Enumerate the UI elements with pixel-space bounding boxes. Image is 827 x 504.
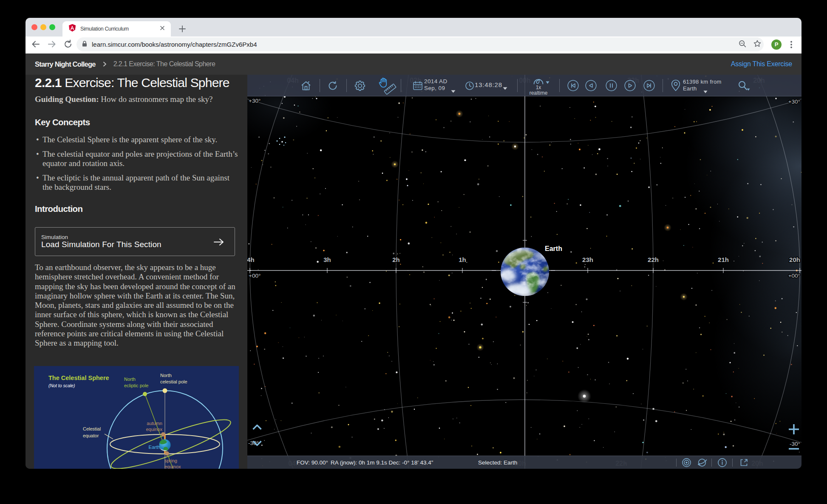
angular-favicon-icon (68, 24, 76, 34)
figure-ncp-dot (163, 389, 167, 393)
skip-to-start-icon[interactable] (567, 80, 579, 93)
load-simulation-card[interactable]: Simulation Load Simulation For This Sect… (35, 227, 235, 256)
svg-text:23h: 23h (582, 256, 593, 263)
open-external-icon[interactable] (739, 458, 749, 469)
svg-text:+30°: +30° (249, 98, 261, 104)
orbit-icon[interactable] (697, 458, 708, 469)
browser-toolbar: learn.simcur.com/books/astronomy/chapter… (25, 37, 802, 53)
svg-text:equinox: equinox (146, 427, 162, 432)
time-dropdown-caret-icon[interactable] (503, 84, 507, 92)
browser-window: Simulation Curriculum (25, 18, 802, 469)
sim-date-year[interactable]: 2014 AD (424, 78, 447, 84)
location-pin-icon[interactable] (670, 79, 681, 93)
svg-text:North: North (124, 377, 136, 382)
fullscreen-window-button[interactable] (49, 24, 55, 30)
lesson-title: 2.2.1 Exercise: The Celestial Sphere (35, 76, 229, 90)
info-icon[interactable] (717, 458, 727, 469)
figure-label-spring-equinox: springequinox (164, 458, 181, 469)
svg-text:2h: 2h (392, 256, 400, 263)
assign-exercise-link[interactable]: Assign This Exercise (731, 60, 792, 68)
pause-icon[interactable] (606, 80, 617, 93)
forward-icon[interactable] (47, 39, 57, 51)
page-header: Starry Night College 2.2.1 Exercise: The… (25, 53, 802, 75)
lock-icon (82, 40, 88, 49)
introduction-paragraph: To an earthbound observer, the sky appea… (35, 263, 235, 348)
figure-label-north-ecliptic-pole: Northecliptic pole (124, 377, 148, 388)
figure-autumn-dot (161, 432, 165, 436)
lesson-panel: 2.2.1 Exercise: The Celestial Sphere Gui… (25, 75, 247, 469)
settings-gear-icon[interactable] (354, 80, 366, 93)
simulation-view[interactable]: 4h3h2h1h23h22h21h20h04h04h02h02h00h00h22… (247, 75, 802, 469)
figure-label-earth: Earth (149, 445, 161, 450)
clock-icon[interactable] (464, 81, 475, 93)
back-icon[interactable] (31, 39, 41, 51)
address-bar[interactable]: learn.simcur.com/books/astronomy/chapter… (76, 37, 764, 51)
play-icon[interactable] (624, 80, 636, 93)
divider (663, 79, 663, 92)
celestial-sphere-figure: The Celestial Sphere(Not to scale)Northe… (34, 366, 239, 469)
svg-text:+00°: +00° (249, 273, 261, 279)
home-icon[interactable] (300, 80, 312, 93)
sim-time[interactable]: 13:48:28 (475, 81, 502, 88)
reset-orientation-icon[interactable] (327, 80, 339, 93)
calendar-icon[interactable] (412, 80, 423, 93)
svg-text:4h: 4h (247, 256, 255, 263)
figure-subtitle: (Not to scale) (48, 383, 75, 388)
guiding-question: Guiding Question: How do astronomers map… (35, 95, 213, 104)
zoom-out-icon[interactable] (738, 39, 747, 50)
zoom-out-button-icon[interactable] (788, 445, 800, 452)
date-dropdown-caret-icon[interactable] (451, 87, 456, 95)
svg-text:(Not to scale): (Not to scale) (48, 383, 75, 388)
divider (711, 459, 712, 467)
svg-text:Celestial: Celestial (83, 426, 101, 431)
tab-close-icon[interactable] (159, 25, 166, 33)
svg-text:Earth: Earth (149, 445, 161, 450)
rate-dropdown-caret-icon[interactable] (546, 78, 549, 86)
divider (517, 79, 518, 92)
svg-text:+00°: +00° (788, 273, 800, 279)
profile-avatar[interactable]: P (771, 39, 782, 50)
url-text: learn.simcur.com/books/astronomy/chapter… (92, 41, 738, 48)
svg-text:21h: 21h (718, 256, 729, 263)
list-item: The Celestial Sphere is the apparent sph… (35, 135, 243, 144)
sim-location-body[interactable]: Earth (683, 85, 697, 92)
search-dropdown-caret-icon[interactable] (747, 85, 750, 93)
sim-rate-mode: realtime (524, 90, 553, 96)
sim-date-day[interactable]: Sep, 09 (424, 85, 445, 91)
location-dropdown-caret-icon[interactable] (703, 87, 708, 95)
sky-canvas[interactable]: 4h3h2h1h23h22h21h20h04h04h02h02h00h00h22… (247, 75, 802, 469)
browser-menu-icon[interactable] (786, 39, 796, 51)
svg-text:3h: 3h (323, 256, 331, 263)
breadcrumb-root[interactable]: Starry Night College (35, 60, 96, 68)
center-target-icon[interactable] (682, 458, 691, 469)
key-concepts-heading: Key Concepts (35, 117, 90, 127)
close-window-button[interactable] (31, 24, 37, 30)
scroll-down-icon[interactable] (252, 440, 262, 448)
skip-to-end-icon[interactable] (643, 80, 655, 93)
divider (320, 79, 320, 92)
figure-label-celestial-equator: Celestialequator (83, 426, 101, 438)
new-tab-button[interactable] (177, 24, 187, 34)
step-back-icon[interactable] (585, 80, 597, 93)
simulation-card-title: Load Simulation For This Section (41, 240, 229, 249)
selected-object-readout: Selected: Earth (478, 459, 517, 466)
scroll-up-icon[interactable] (252, 424, 262, 432)
window-controls (31, 24, 55, 30)
sim-location-distance[interactable]: 61398 km from (683, 79, 722, 85)
fov-readout: FOV: 90.00° (297, 459, 328, 466)
tab-title: Simulation Curriculum (80, 26, 159, 32)
measure-ruler-icon[interactable] (383, 84, 397, 96)
minimize-window-button[interactable] (40, 24, 46, 30)
svg-text:spring: spring (164, 458, 177, 463)
introduction-heading: Introduction (35, 204, 82, 214)
figure-nep-dot (143, 392, 147, 396)
svg-text:equator: equator (83, 433, 99, 438)
svg-text:North: North (160, 373, 172, 378)
zoom-in-icon[interactable] (788, 423, 800, 437)
divider (559, 79, 560, 92)
browser-tab[interactable]: Simulation Curriculum (62, 21, 171, 37)
reload-icon[interactable] (63, 39, 73, 51)
list-item: The ecliptic is the annual apparent path… (35, 173, 243, 192)
list-item: The celestial equator and poles are proj… (35, 149, 243, 168)
bookmark-star-icon[interactable] (753, 39, 762, 50)
